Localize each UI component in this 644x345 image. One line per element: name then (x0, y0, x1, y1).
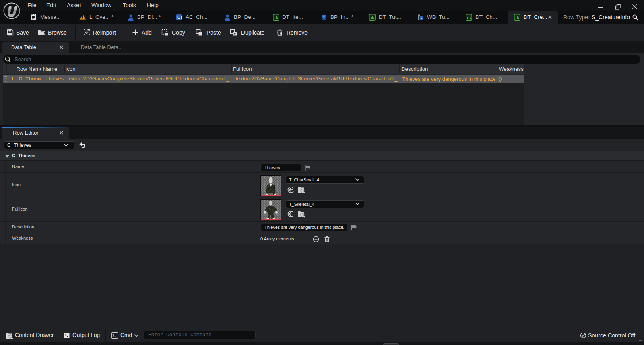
svg-text:C: C (177, 15, 180, 20)
